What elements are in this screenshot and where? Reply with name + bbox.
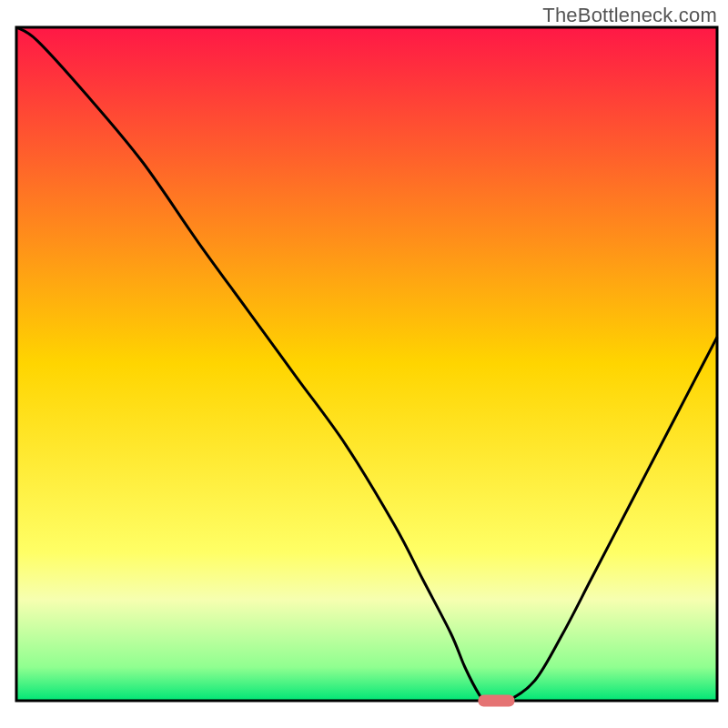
watermark-text: TheBottleneck.com <box>542 4 717 27</box>
bottleneck-chart: TheBottleneck.com <box>0 0 728 728</box>
optimal-marker <box>478 695 514 707</box>
chart-svg <box>0 0 728 728</box>
gradient-background <box>16 27 717 701</box>
plot-area <box>16 27 717 707</box>
